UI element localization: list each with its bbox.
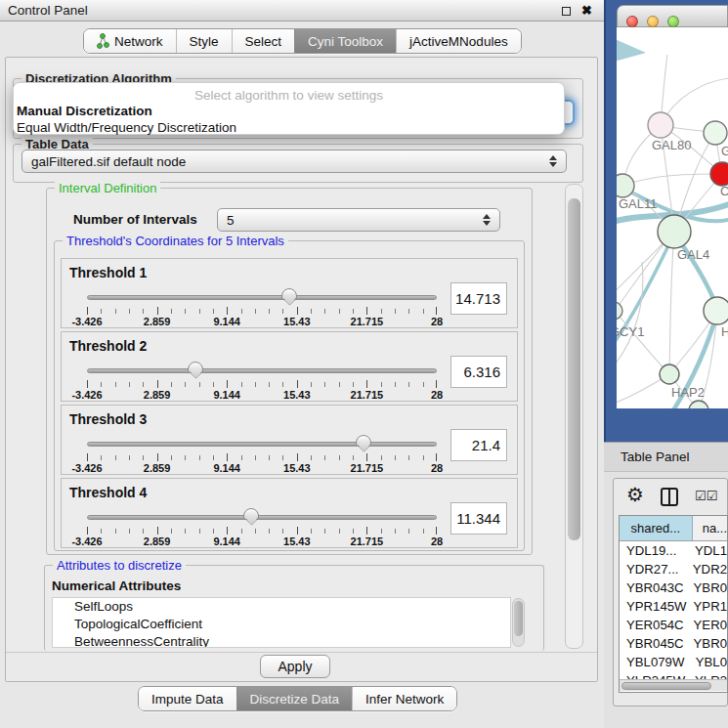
threshold-2-panel: Threshold 2 -3.426 2.859 9.144 15.43 21.… bbox=[61, 331, 518, 402]
attributes-group-title: Attributes to discretize bbox=[53, 558, 186, 573]
node-label: GAL4 bbox=[677, 247, 709, 262]
threshold-4-panel: Threshold 4 -3.426 2.859 9.144 15.43 21.… bbox=[61, 478, 518, 548]
network-edge bbox=[617, 37, 646, 63]
table-row[interactable]: YER054CYER0 bbox=[620, 616, 727, 634]
table-panel-header: Table Panel bbox=[604, 442, 728, 472]
columns-icon[interactable] bbox=[661, 488, 678, 506]
network-node-gcy1[interactable] bbox=[617, 302, 622, 320]
threshold-2-value-field[interactable]: 6.316 bbox=[450, 356, 507, 388]
slider-ticks bbox=[87, 529, 437, 534]
tab-impute-data[interactable]: Impute Data bbox=[139, 687, 236, 710]
slider-track[interactable] bbox=[87, 442, 437, 447]
option-manual-discretization[interactable]: Manual Discretization bbox=[14, 103, 564, 119]
list-item[interactable]: SelfLoops bbox=[53, 598, 510, 616]
minimize-traffic-light-icon[interactable] bbox=[647, 16, 659, 27]
table-header-row: shared... na... bbox=[620, 516, 727, 541]
tab-infer-network[interactable]: Infer Network bbox=[352, 687, 456, 710]
number-of-intervals-label: Number of Intervals bbox=[73, 212, 197, 227]
gear-icon[interactable]: ⚙ bbox=[626, 483, 644, 506]
stepper-arrows-icon bbox=[549, 155, 557, 167]
slider-ticks bbox=[87, 309, 437, 314]
threshold-1-value-field[interactable]: 14.713 bbox=[450, 282, 507, 315]
threshold-1-slider[interactable]: -3.426 2.859 9.144 15.43 21.715 28 bbox=[87, 288, 437, 327]
option-equal-width-frequency[interactable]: Equal Width/Frequency Discretization bbox=[14, 119, 564, 136]
threshold-3-panel: Threshold 3 -3.426 2.859 9.144 15.43 21.… bbox=[61, 405, 518, 475]
network-icon bbox=[97, 33, 109, 49]
network-node[interactable] bbox=[704, 121, 727, 145]
node-label: GAL11 bbox=[619, 196, 658, 211]
number-of-intervals-combobox[interactable]: 5 bbox=[217, 208, 500, 232]
close-icon[interactable]: ✖ bbox=[581, 3, 592, 18]
table-row[interactable]: YBR043CYBR0 bbox=[620, 578, 727, 597]
table-row[interactable]: YBR045CYBR0 bbox=[620, 634, 727, 653]
slider-ticks bbox=[87, 382, 437, 387]
column-header-name[interactable]: na... bbox=[693, 516, 727, 541]
thresholds-group-title: Threshold's Coordinates for 5 Intervals bbox=[63, 234, 288, 248]
network-node-gal4[interactable] bbox=[658, 215, 691, 248]
slider-thumb[interactable] bbox=[188, 362, 203, 373]
table-panel-title: Table Panel bbox=[621, 450, 690, 464]
tab-cyni-toolbox[interactable]: Cyni Toolbox bbox=[294, 29, 396, 53]
tab-select[interactable]: Select bbox=[232, 29, 295, 53]
slider-thumb[interactable] bbox=[243, 508, 259, 520]
control-panel-titlebar: Control Panel ✖ bbox=[0, 0, 604, 21]
numerical-attributes-label: Numerical Attributes bbox=[52, 578, 181, 593]
threshold-4-value-field[interactable]: 11.344 bbox=[450, 502, 507, 535]
list-item[interactable]: TopologicalCoefficient bbox=[53, 616, 510, 633]
stepper-arrows-icon bbox=[483, 214, 491, 226]
threshold-3-slider[interactable]: -3.426 2.859 9.144 15.43 21.715 28 bbox=[87, 435, 437, 474]
attributes-list-scrollbar[interactable] bbox=[512, 598, 525, 647]
slider-track[interactable] bbox=[87, 368, 437, 373]
slider-track[interactable] bbox=[87, 515, 437, 520]
numerical-attributes-list[interactable]: SelfLoops TopologicalCoefficient Between… bbox=[52, 597, 511, 648]
node-label: HAP2 bbox=[671, 385, 705, 400]
network-node[interactable] bbox=[704, 297, 728, 324]
interval-definition-title: Interval Definition bbox=[55, 181, 160, 195]
tab-network[interactable]: Network bbox=[84, 29, 176, 53]
slider-track[interactable] bbox=[87, 295, 437, 300]
network-canvas[interactable]: GAL80 GA C GAL11 GAL4 GCY1 H HAP2 bbox=[617, 27, 728, 408]
network-node-gal80[interactable] bbox=[648, 112, 673, 138]
threshold-3-label: Threshold 3 bbox=[69, 411, 147, 427]
node-label: H bbox=[721, 324, 728, 339]
top-tab-bar: Network Style Select Cyni Toolbox jActiv… bbox=[83, 28, 522, 54]
tab-style[interactable]: Style bbox=[176, 29, 232, 53]
network-node-gal11[interactable] bbox=[617, 174, 634, 197]
network-window-titlebar bbox=[617, 5, 728, 27]
network-node-red[interactable] bbox=[710, 162, 728, 186]
algorithm-placeholder: Select algorithm to view settings bbox=[14, 83, 564, 103]
app-root: Control Panel ✖ Network Style Select Cyn… bbox=[0, 0, 728, 728]
tab-discretize-data[interactable]: Discretize Data bbox=[236, 687, 353, 710]
table-row[interactable]: YPR145WYPR1 bbox=[620, 597, 727, 616]
column-header-shared-name[interactable]: shared... bbox=[620, 516, 693, 541]
close-traffic-light-icon[interactable] bbox=[626, 16, 638, 27]
threshold-2-slider[interactable]: -3.426 2.859 9.144 15.43 21.715 28 bbox=[87, 362, 437, 401]
threshold-2-label: Threshold 2 bbox=[69, 338, 147, 354]
float-window-icon[interactable] bbox=[562, 7, 571, 16]
list-item[interactable]: BetweennessCentrality bbox=[53, 633, 510, 648]
main-panel-scrollbar[interactable] bbox=[565, 184, 583, 649]
apply-button[interactable]: Apply bbox=[260, 655, 330, 678]
zoom-traffic-light-icon[interactable] bbox=[667, 16, 679, 27]
threshold-3-value-field[interactable]: 21.4 bbox=[450, 429, 507, 461]
checkbox-icons[interactable]: ☑☑ bbox=[695, 489, 717, 503]
slider-ticks bbox=[87, 455, 437, 460]
threshold-1-panel: Threshold 1 -3.426 2.859 9.144 15.43 21.… bbox=[61, 258, 518, 328]
node-label: GA bbox=[721, 144, 728, 158]
node-label: GCY1 bbox=[617, 324, 644, 339]
table-row[interactable]: YDR27...YDR2 bbox=[620, 560, 727, 578]
network-node-hap2[interactable] bbox=[660, 364, 679, 384]
table-row[interactable]: YBL079WYBL0 bbox=[620, 653, 727, 671]
table-row[interactable]: YDL19...YDL1 bbox=[620, 541, 727, 560]
threshold-1-label: Threshold 1 bbox=[69, 265, 147, 280]
panel-title: Control Panel bbox=[8, 3, 88, 18]
node-table[interactable]: shared... na... YDL19...YDL1 YDR27...YDR… bbox=[619, 515, 728, 693]
table-horizontal-scrollbar[interactable] bbox=[620, 679, 727, 691]
slider-thumb[interactable] bbox=[281, 288, 297, 300]
threshold-4-slider[interactable]: -3.426 2.859 9.144 15.43 21.715 28 bbox=[87, 508, 437, 547]
slider-thumb[interactable] bbox=[356, 435, 371, 447]
table-data-combobox[interactable]: galFiltered.sif default node bbox=[21, 150, 567, 173]
tab-jactivemnodules[interactable]: jActiveMNodules bbox=[396, 29, 521, 53]
threshold-4-label: Threshold 4 bbox=[69, 485, 147, 500]
node-label: C bbox=[720, 184, 728, 198]
